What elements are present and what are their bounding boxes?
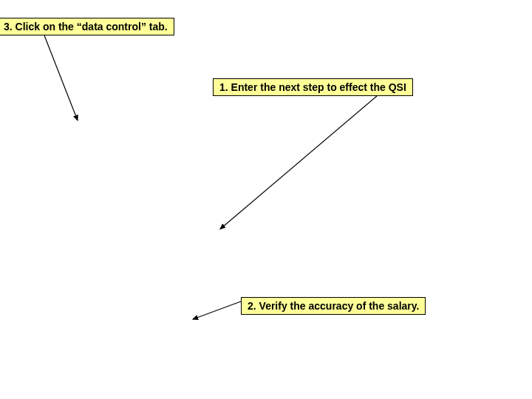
callout-step-1: 1. Enter the next step to effect the QSI — [213, 78, 413, 96]
callout-step-3: 3. Click on the “data control” tab. — [0, 18, 174, 35]
arrow-overlay — [0, 0, 532, 399]
arrow-step-1 — [220, 96, 377, 229]
arrow-step-2 — [193, 301, 241, 319]
arrow-step-3 — [44, 35, 78, 120]
callout-step-2: 2. Verify the accuracy of the salary. — [241, 297, 426, 315]
